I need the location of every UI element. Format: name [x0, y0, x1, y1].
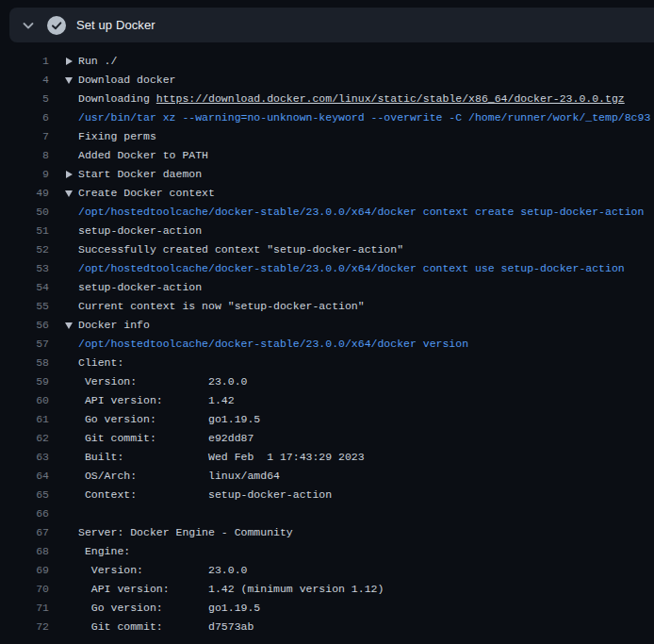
plain-text: Downloading [78, 92, 156, 105]
line-number[interactable]: 57 [0, 335, 49, 354]
triangle-down-icon[interactable] [65, 316, 78, 335]
group-title-text[interactable]: Docker info [78, 316, 150, 335]
line-number[interactable]: 58 [0, 354, 49, 372]
line-number[interactable]: 55 [0, 297, 49, 316]
log-line: 52Successfully created context "setup-do… [0, 240, 654, 259]
gutter-spacer [65, 127, 78, 146]
log-line-text: Client: [78, 354, 123, 372]
chevron-down-icon[interactable] [17, 14, 40, 37]
actions-log-viewer: Set up Docker 1Run ./4Download docker5Do… [0, 0, 654, 644]
log-line: 55Current context is now "setup-docker-a… [0, 297, 654, 316]
triangle-right-icon[interactable] [65, 52, 78, 71]
plain-text: Added Docker to PATH [78, 149, 208, 161]
log-line-text: Go version: go1.19.5 [78, 410, 260, 429]
log-group-line: 4Download docker [0, 71, 654, 90]
log-line: 53/opt/hostedtoolcache/docker-stable/23.… [0, 259, 654, 278]
log-line-text: OS/Arch: linux/amd64 [78, 467, 280, 486]
line-number[interactable]: 62 [0, 429, 49, 448]
log-line: 59 Version: 23.0.0 [0, 372, 654, 391]
log-line: 51setup-docker-action [0, 222, 654, 240]
log-line-text: API version: 1.42 (minimum version 1.12) [78, 580, 384, 599]
gutter-spacer [65, 429, 78, 448]
plain-text: setup-docker-action [78, 224, 202, 237]
line-number[interactable]: 52 [0, 240, 49, 259]
line-number[interactable]: 68 [0, 542, 49, 561]
log-line: 61 Go version: go1.19.5 [0, 410, 654, 429]
log-line: 67Server: Docker Engine - Community [0, 523, 654, 542]
gutter-spacer [65, 222, 78, 240]
triangle-down-icon[interactable] [65, 71, 78, 90]
log-line: 71 Go version: go1.19.5 [0, 599, 654, 618]
gutter-spacer [65, 504, 78, 523]
line-number[interactable]: 6 [0, 108, 49, 127]
log-line: 50/opt/hostedtoolcache/docker-stable/23.… [0, 203, 654, 222]
step-title: Set up Docker [76, 18, 155, 32]
line-number[interactable]: 9 [0, 165, 49, 184]
line-number[interactable]: 54 [0, 278, 49, 297]
line-number[interactable]: 69 [0, 561, 49, 580]
log-line: 72 Git commit: d7573ab [0, 618, 654, 636]
gutter-spacer [65, 90, 78, 108]
log-group-line: 56Docker info [0, 316, 654, 335]
plain-text: Context: setup-docker-action [78, 488, 332, 501]
log-line-text: /opt/hostedtoolcache/docker-stable/23.0.… [78, 259, 625, 278]
log-line: 65 Context: setup-docker-action [0, 486, 654, 504]
gutter-spacer [65, 448, 78, 467]
line-number[interactable]: 51 [0, 222, 49, 240]
plain-text: Docker info [78, 319, 150, 331]
log-line: 63 Built: Wed Feb 1 17:43:29 2023 [0, 448, 654, 467]
log-line-text: Downloading https://download.docker.com/… [78, 90, 625, 108]
line-number[interactable]: 65 [0, 486, 49, 504]
group-title-text[interactable]: Run ./ [78, 52, 117, 71]
line-number[interactable]: 1 [0, 52, 49, 71]
line-number[interactable]: 61 [0, 410, 49, 429]
line-number[interactable]: 67 [0, 523, 49, 542]
group-title-text[interactable]: Start Docker daemon [78, 165, 202, 184]
gutter-spacer [65, 391, 78, 410]
step-header[interactable]: Set up Docker [9, 8, 654, 42]
line-number[interactable]: 71 [0, 599, 49, 618]
line-number[interactable]: 72 [0, 618, 49, 636]
line-number[interactable]: 7 [0, 127, 49, 146]
triangle-right-icon[interactable] [65, 165, 78, 184]
log-line-text: Version: 23.0.0 [78, 561, 247, 580]
line-number[interactable]: 50 [0, 203, 49, 222]
log-line: 60 API version: 1.42 [0, 391, 654, 410]
line-number[interactable]: 59 [0, 372, 49, 391]
log-line-text: Context: setup-docker-action [78, 486, 332, 504]
line-number[interactable]: 5 [0, 90, 49, 108]
line-number[interactable]: 66 [0, 504, 49, 523]
line-number[interactable]: 4 [0, 71, 49, 90]
plain-text: Fixing perms [78, 130, 156, 142]
log-line: 66 [0, 504, 654, 523]
log-line-text: Fixing perms [78, 127, 156, 146]
log-output: 1Run ./4Download docker5Downloading http… [0, 42, 654, 644]
gutter-spacer [65, 146, 78, 165]
line-number[interactable]: 64 [0, 467, 49, 486]
log-line-text: API version: 1.42 [78, 391, 235, 410]
plain-text: Run ./ [78, 55, 117, 67]
plain-text: Create Docker context [78, 187, 215, 199]
log-line-text: /opt/hostedtoolcache/docker-stable/23.0.… [78, 203, 644, 222]
log-line: 68 Engine: [0, 542, 654, 561]
log-line: 62 Git commit: e92dd87 [0, 429, 654, 448]
group-title-text[interactable]: Download docker [78, 71, 176, 90]
triangle-down-icon[interactable] [65, 184, 78, 203]
log-line-text: Engine: [78, 542, 130, 561]
line-number[interactable]: 53 [0, 259, 49, 278]
plain-text: Start Docker daemon [78, 168, 202, 180]
log-group-line: 1Run ./ [0, 52, 654, 71]
group-title-text[interactable]: Create Docker context [78, 184, 215, 203]
plain-text: Git commit: e92dd87 [78, 432, 253, 444]
log-url-link[interactable]: https://download.docker.com/linux/static… [156, 92, 625, 105]
plain-text: Download docker [78, 74, 176, 86]
log-line: 57/opt/hostedtoolcache/docker-stable/23.… [0, 335, 654, 354]
gutter-spacer [65, 354, 78, 372]
line-number[interactable]: 49 [0, 184, 49, 203]
line-number[interactable]: 8 [0, 146, 49, 165]
line-number[interactable]: 56 [0, 316, 49, 335]
line-number[interactable]: 60 [0, 391, 49, 410]
log-line: 64 OS/Arch: linux/amd64 [0, 467, 654, 486]
line-number[interactable]: 70 [0, 580, 49, 599]
line-number[interactable]: 63 [0, 448, 49, 467]
